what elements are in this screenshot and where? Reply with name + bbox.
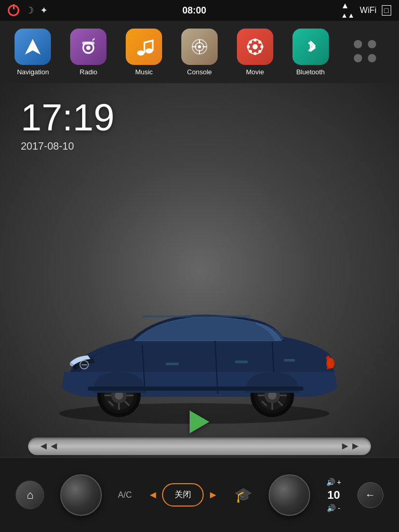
svg-point-20: [260, 45, 263, 48]
wifi-signal: WiFi: [360, 6, 377, 15]
svg-line-7: [144, 41, 153, 43]
close-arrow-right[interactable]: ►: [208, 489, 218, 501]
volume-icon: 🔊: [326, 478, 335, 486]
svg-point-23: [258, 41, 261, 44]
home-button[interactable]: ⌂: [16, 481, 44, 509]
main-content: 17:19 2017-08-10: [0, 83, 399, 457]
svg-point-19: [247, 45, 250, 48]
more-dot: [368, 40, 376, 48]
car-svg: [38, 268, 361, 424]
console-icon: [181, 29, 218, 65]
volume-down-button[interactable]: 🔊 -: [327, 504, 340, 512]
left-knob[interactable]: [60, 474, 102, 516]
app-radio[interactable]: Radio: [65, 29, 112, 76]
movie-label: Movie: [246, 68, 264, 76]
car-image: [38, 268, 361, 426]
moon-icon[interactable]: ☽: [25, 5, 34, 16]
right-knob[interactable]: [269, 474, 310, 516]
bluetooth-icon: [292, 29, 329, 65]
app-music[interactable]: Music: [121, 29, 167, 76]
svg-point-2: [86, 46, 90, 50]
volume-section: 🔊 + 10 🔊 -: [326, 478, 341, 512]
app-movie[interactable]: Movie: [232, 29, 278, 76]
svg-point-17: [254, 38, 257, 42]
status-bar: ☽ ✦ 08:00 ▲▲▲ WiFi □: [0, 0, 399, 21]
power-icon[interactable]: [8, 5, 19, 16]
profile-icon[interactable]: 🎓: [234, 486, 252, 503]
app-console[interactable]: Console: [176, 29, 223, 76]
svg-marker-0: [25, 39, 41, 55]
navigation-icon: [15, 29, 51, 65]
console-label: Console: [187, 68, 212, 76]
more-apps-grid: [348, 34, 384, 70]
more-dot: [354, 54, 362, 62]
more-dot: [354, 40, 362, 48]
svg-rect-3: [82, 42, 95, 45]
status-right: ▲▲▲ WiFi □: [341, 1, 391, 20]
wifi-icon: ▲▲▲: [341, 1, 354, 20]
back-icon: ←: [365, 489, 376, 501]
svg-point-6: [145, 48, 153, 54]
rewind-button[interactable]: ◄◄: [38, 440, 59, 452]
app-bar: Navigation Radio Music: [0, 21, 399, 83]
volume-plus: +: [337, 478, 341, 486]
close-arrow-left[interactable]: ◄: [148, 489, 158, 501]
radio-label: Radio: [79, 68, 97, 76]
media-controls: ◄◄ ►►: [0, 408, 399, 457]
close-button-container: ◄ 关闭 ►: [148, 483, 219, 507]
svg-point-27: [326, 358, 335, 368]
volume-minus: -: [338, 504, 340, 512]
volume-icon-down: 🔊: [327, 504, 336, 512]
close-label: 关闭: [175, 489, 191, 500]
svg-rect-37: [284, 359, 295, 362]
ac-label: A/C: [118, 490, 132, 500]
svg-point-16: [252, 44, 258, 49]
svg-point-18: [254, 52, 257, 55]
app-bluetooth[interactable]: Bluetooth: [287, 29, 334, 76]
main-clock-date: 2017-08-10: [21, 140, 114, 152]
brightness-icon[interactable]: ✦: [40, 5, 48, 16]
movie-icon: [237, 29, 273, 65]
svg-point-5: [137, 50, 144, 56]
clock-time: 08:00: [182, 5, 206, 16]
svg-rect-64: [88, 387, 303, 391]
svg-rect-65: [142, 315, 251, 317]
radio-icon: [70, 29, 107, 65]
svg-rect-36: [235, 361, 248, 363]
home-icon: ⌂: [26, 488, 33, 502]
seek-bar[interactable]: ◄◄ ►►: [28, 437, 371, 455]
music-label: Music: [135, 68, 153, 76]
bluetooth-label: Bluetooth: [296, 68, 325, 76]
svg-point-10: [198, 45, 201, 48]
music-icon: [126, 29, 162, 65]
volume-up-button[interactable]: 🔊 +: [326, 478, 341, 486]
svg-point-21: [249, 41, 252, 44]
close-button[interactable]: 关闭: [162, 483, 204, 507]
clock-display: 17:19 2017-08-10: [21, 99, 114, 152]
main-clock-time: 17:19: [21, 99, 114, 136]
svg-point-24: [249, 50, 252, 53]
status-left: ☽ ✦: [8, 5, 48, 16]
app-navigation[interactable]: Navigation: [9, 29, 56, 76]
back-button[interactable]: ←: [357, 482, 383, 508]
svg-line-4: [92, 38, 95, 41]
svg-rect-35: [166, 363, 179, 365]
navigation-label: Navigation: [17, 68, 49, 76]
more-dot: [368, 54, 376, 62]
fastforward-button[interactable]: ►►: [340, 440, 361, 452]
screen-icon: □: [382, 5, 391, 16]
app-more[interactable]: [342, 34, 389, 70]
svg-point-22: [258, 50, 261, 53]
volume-number: 10: [327, 488, 340, 502]
bottom-bar: ⌂ A/C ◄ 关闭 ► 🎓 🔊 + 10 🔊 - ←: [0, 457, 399, 532]
play-button[interactable]: [190, 410, 209, 433]
